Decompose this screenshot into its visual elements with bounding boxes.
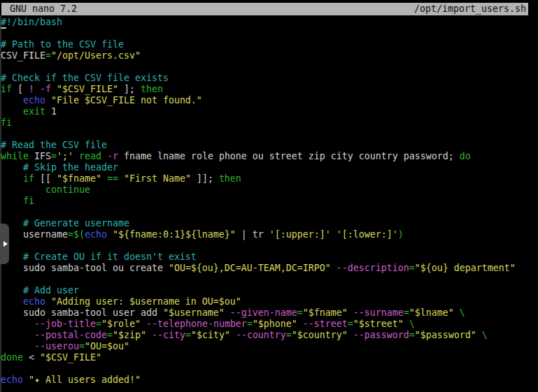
code-line: --postal-code="$zip" --city="$city" --co… (1, 330, 516, 341)
code-token (1, 106, 23, 117)
code-line: # Check if the CSV file exists (1, 73, 516, 84)
code-token: !/bin/bash (6, 17, 62, 27)
code-line (1, 61, 516, 73)
code-token: echo (23, 296, 45, 307)
editor-text-area[interactable]: #!/bin/bash # Path to the CSV fileCSV_FI… (1, 17, 516, 386)
code-token (1, 173, 23, 184)
code-line: sudo samba-tool user add "$username" --g… (1, 307, 516, 319)
code-token: done (1, 352, 23, 363)
code-token: '[:lower:]' (337, 229, 398, 240)
code-token: "$lname" (409, 307, 454, 318)
code-line: --userou="OU=$ou" (1, 341, 516, 352)
code-token: if (23, 173, 34, 184)
file-path-label: /opt/import_users.sh (414, 3, 526, 15)
code-token: --country (236, 330, 286, 340)
code-token (23, 375, 29, 385)
code-line: # Read the CSV file (1, 140, 516, 151)
code-token: \ (482, 330, 488, 340)
code-token: "$password" (415, 330, 476, 340)
code-token: "$username" (163, 307, 225, 318)
triangle-right-icon (3, 241, 8, 247)
code-line (1, 240, 516, 252)
code-token: [ (12, 84, 29, 94)
code-line: # Generate username (1, 218, 516, 229)
code-token: echo (23, 95, 45, 106)
code-token: "File $CSV_FILE not found." (51, 95, 202, 106)
code-token: fi (1, 117, 12, 128)
code-token: IFS (29, 151, 51, 161)
code-token: = (404, 307, 409, 318)
code-line: echo "✦ All users added!" (1, 375, 516, 386)
code-token: ';' (57, 151, 73, 161)
code-token: $( (73, 229, 85, 240)
code-token: fi (23, 196, 34, 206)
code-token: = (286, 330, 292, 340)
code-line: echo "Adding user: $username in OU=$ou" (1, 296, 516, 307)
code-token: "$phone" (253, 319, 297, 329)
code-token: --password (353, 330, 409, 340)
code-token: "$zip" (113, 330, 146, 340)
code-token: = (247, 319, 253, 329)
code-token: do (460, 151, 471, 161)
code-line (1, 129, 516, 140)
code-line: # Path to the CSV file (1, 39, 516, 50)
code-token: # Check if the CSV file exists (1, 73, 169, 83)
code-token: = (409, 330, 415, 340)
code-line: echo "File $CSV_FILE not found." (1, 95, 516, 106)
code-token: fname lname role phone ou street zip cit… (118, 151, 460, 161)
code-token: "OU=${ou},DC=AU-TEAM,DC=IRPO" (169, 263, 331, 273)
code-token: = (185, 330, 191, 340)
sidebar-expand-handle[interactable] (0, 224, 9, 264)
code-token (297, 319, 303, 329)
app-version-label: GNU nano 7.2 (10, 3, 77, 15)
code-token: while (1, 151, 29, 161)
code-token: echo (85, 229, 107, 240)
code-token: < (23, 352, 40, 363)
code-token: "${fname:0:1}${lname}" (113, 229, 236, 240)
code-token: --job-title (34, 319, 96, 329)
code-token: = (348, 319, 353, 329)
code-token: \ (460, 307, 465, 318)
code-token (107, 229, 113, 240)
code-token: "$CSV_FILE" (40, 352, 101, 363)
code-token: = (409, 263, 415, 273)
code-token: echo (1, 375, 23, 385)
nano-titlebar: GNU nano 7.2 /opt/import_users.sh (1, 3, 528, 15)
code-token: # Add user (23, 285, 79, 296)
code-token: # Path to the CSV file (1, 39, 124, 50)
code-token: # Read the CSV file (1, 140, 107, 150)
code-token (101, 151, 107, 161)
code-token: --description (337, 263, 409, 273)
code-line: while IFS=';' read -r fname lname role p… (1, 151, 516, 162)
code-token: --city (152, 330, 185, 340)
code-line: if [[ "$fname" == "First Name" ]]; then (1, 173, 516, 184)
code-token (101, 173, 107, 184)
code-token (476, 330, 482, 340)
code-token (51, 84, 57, 94)
code-line: done < "$CSV_FILE" (1, 352, 516, 363)
code-token: = (79, 341, 85, 351)
code-token: "$country" (292, 330, 348, 340)
code-line: fi (1, 117, 516, 129)
code-token (1, 296, 23, 307)
code-token (45, 296, 51, 307)
code-token (1, 184, 45, 195)
code-token: "First Name" (124, 173, 191, 184)
code-token: = (297, 307, 303, 318)
code-token (34, 84, 40, 94)
code-token (1, 196, 23, 206)
code-token (404, 319, 409, 329)
code-token (331, 229, 337, 240)
code-token: continue (45, 184, 90, 195)
code-line (1, 363, 516, 375)
code-token: sudo samba-tool user add (1, 307, 163, 318)
code-token: -r (107, 151, 118, 161)
code-token: # Create OU if it doesn't exist (23, 252, 197, 262)
code-token: = (68, 229, 73, 240)
code-token: # Skip the header (23, 162, 118, 173)
code-token: ]; (118, 84, 141, 94)
code-token (45, 95, 51, 106)
code-token: "$fname" (303, 307, 348, 318)
code-token: "/opt/Users.csv" (51, 50, 141, 61)
code-line: username=$(echo "${fname:0:1}${lname}" |… (1, 229, 516, 240)
